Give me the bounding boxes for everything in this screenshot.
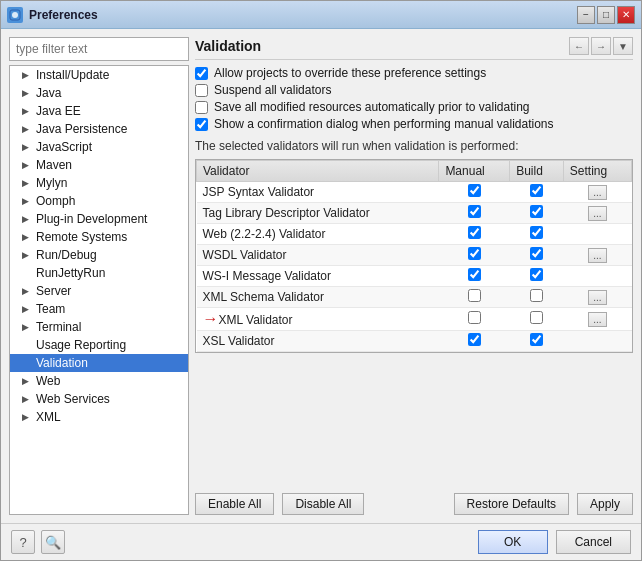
sidebar-item-run/debug[interactable]: ▶Run/Debug [10,246,188,264]
nav-forward-button[interactable]: → [591,37,611,55]
tree-item-label: XML [36,410,61,424]
setting-button[interactable]: ... [588,312,606,327]
table-row: XML Schema Validator... [197,287,632,308]
sidebar-item-terminal[interactable]: ▶Terminal [10,318,188,336]
sidebar-item-maven[interactable]: ▶Maven [10,156,188,174]
build-checkbox[interactable] [530,268,543,281]
filter-input[interactable] [9,37,189,61]
arrow-indicator-icon: → [203,310,219,328]
setting-button[interactable]: ... [588,248,606,263]
bottom-right: OK Cancel [478,530,631,554]
tree-item-label: Java [36,86,61,100]
sidebar-item-java-ee[interactable]: ▶Java EE [10,102,188,120]
tree-item-label: Maven [36,158,72,172]
col-manual: Manual [439,161,510,182]
checkboxes-area: Allow projects to override these prefere… [195,66,633,131]
sidebar-item-xml[interactable]: ▶XML [10,408,188,426]
manual-checkbox[interactable] [468,247,481,260]
setting-cell: ... [563,203,631,224]
checkbox-3[interactable] [195,118,208,131]
validator-name-cell: JSP Syntax Validator [197,182,439,203]
checkbox-label-3: Show a confirmation dialog when performi… [214,117,554,131]
window-icon [7,7,23,23]
sidebar-item-install/update[interactable]: ▶Install/Update [10,66,188,84]
validator-name-cell: XML Schema Validator [197,287,439,308]
sidebar-item-usage-reporting[interactable]: Usage Reporting [10,336,188,354]
build-checkbox[interactable] [530,226,543,239]
left-panel: ▶Install/Update▶Java▶Java EE▶Java Persis… [9,37,189,515]
checkbox-0[interactable] [195,67,208,80]
sidebar-item-web-services[interactable]: ▶Web Services [10,390,188,408]
sidebar-item-team[interactable]: ▶Team [10,300,188,318]
tree-item-label: Oomph [36,194,75,208]
build-checkbox[interactable] [530,333,543,346]
sidebar-item-server[interactable]: ▶Server [10,282,188,300]
build-cell [510,224,564,245]
sidebar-item-plug-in-development[interactable]: ▶Plug-in Development [10,210,188,228]
info-button[interactable]: 🔍 [41,530,65,554]
restore-defaults-button[interactable]: Restore Defaults [454,493,569,515]
sidebar-item-runjettyrun[interactable]: RunJettyRun [10,264,188,282]
checkbox-1[interactable] [195,84,208,97]
nav-dropdown-button[interactable]: ▼ [613,37,633,55]
setting-button[interactable]: ... [588,185,606,200]
tree-item-label: RunJettyRun [36,266,105,280]
close-button[interactable]: ✕ [617,6,635,24]
table-wrapper: Validator Manual Build Setting JSP Synta… [195,159,633,487]
manual-checkbox[interactable] [468,184,481,197]
tree-item-label: Java Persistence [36,122,127,136]
cancel-button[interactable]: Cancel [556,530,631,554]
nav-back-button[interactable]: ← [569,37,589,55]
tree-item-label: Team [36,302,65,316]
validator-name-cell: Web (2.2-2.4) Validator [197,224,439,245]
sidebar-item-oomph[interactable]: ▶Oomph [10,192,188,210]
manual-checkbox[interactable] [468,226,481,239]
setting-button[interactable]: ... [588,290,606,305]
tree-item-label: Mylyn [36,176,67,190]
manual-cell [439,308,510,331]
build-cell [510,182,564,203]
build-checkbox[interactable] [530,289,543,302]
build-checkbox[interactable] [530,184,543,197]
apply-button[interactable]: Apply [577,493,633,515]
tree-item-label: Server [36,284,71,298]
sidebar-item-javascript[interactable]: ▶JavaScript [10,138,188,156]
sidebar-item-web[interactable]: ▶Web [10,372,188,390]
sidebar-item-remote-systems[interactable]: ▶Remote Systems [10,228,188,246]
disable-all-button[interactable]: Disable All [282,493,364,515]
tree-arrow-icon: ▶ [22,286,32,296]
tree-item-label: Terminal [36,320,81,334]
build-checkbox[interactable] [530,247,543,260]
manual-checkbox[interactable] [468,289,481,302]
sidebar-item-mylyn[interactable]: ▶Mylyn [10,174,188,192]
sidebar-item-java[interactable]: ▶Java [10,84,188,102]
build-checkbox[interactable] [530,205,543,218]
manual-checkbox[interactable] [468,333,481,346]
checkbox-label-1: Suspend all validators [214,83,331,97]
window-controls: − □ ✕ [577,6,635,24]
validators-table: Validator Manual Build Setting JSP Synta… [196,160,632,352]
validator-name-cell: WSDL Validator [197,245,439,266]
tree-arrow-icon: ▶ [22,142,32,152]
manual-checkbox[interactable] [468,205,481,218]
setting-cell: ... [563,182,631,203]
checkbox-2[interactable] [195,101,208,114]
table-row: WS-I Message Validator [197,266,632,287]
tree-item-label: Usage Reporting [36,338,126,352]
sidebar-item-java-persistence[interactable]: ▶Java Persistence [10,120,188,138]
build-checkbox[interactable] [530,311,543,324]
sidebar-item-validation[interactable]: Validation [10,354,188,372]
table-container[interactable]: Validator Manual Build Setting JSP Synta… [195,159,633,353]
minimize-button[interactable]: − [577,6,595,24]
maximize-button[interactable]: □ [597,6,615,24]
manual-checkbox[interactable] [468,311,481,324]
enable-all-button[interactable]: Enable All [195,493,274,515]
tree-arrow-icon: ▶ [22,160,32,170]
setting-button[interactable]: ... [588,206,606,221]
ok-button[interactable]: OK [478,530,548,554]
build-cell [510,331,564,352]
help-button[interactable]: ? [11,530,35,554]
table-row: WSDL Validator... [197,245,632,266]
manual-checkbox[interactable] [468,268,481,281]
validator-name-cell: WS-I Message Validator [197,266,439,287]
